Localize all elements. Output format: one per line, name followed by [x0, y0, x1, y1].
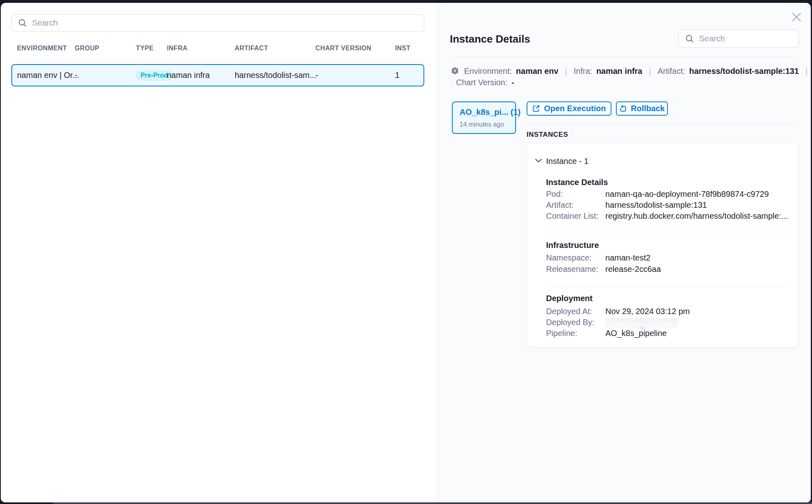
row-inst: 1 [395, 65, 400, 86]
deployed-by-label: Deployed By: [546, 318, 594, 327]
namespace-value: naman-test2 [605, 253, 650, 263]
chart-version-label: Chart Version: [456, 78, 508, 87]
search-input[interactable] [32, 18, 417, 28]
namespace-label: Namespace: [546, 253, 592, 263]
deployed-at-label: Deployed At: [546, 307, 592, 316]
instances-search[interactable] [678, 30, 799, 48]
col-header-environment: ENVIRONMENT [17, 45, 67, 52]
row-infra: naman infra [167, 65, 210, 86]
rollback-button[interactable]: Rollback [616, 101, 668, 116]
summary-line-1: Environment: naman env | Infra: naman in… [464, 66, 812, 76]
infra-value: naman infra [596, 67, 642, 76]
row-group: - [75, 65, 78, 86]
instances-heading: INSTANCES [527, 131, 568, 139]
col-header-inst: INST [395, 45, 410, 52]
deployed-at-value: Nov 29, 2024 03:12 pm [605, 307, 690, 316]
pipeline-card-time: 14 minutes ago [460, 121, 515, 128]
search-icon [685, 34, 694, 43]
environment-label: Environment: [464, 67, 512, 76]
col-header-chart-version: CHART VERSION [315, 45, 371, 52]
separator: | [806, 66, 808, 76]
infra-label: Infra: [574, 67, 592, 76]
separator: | [565, 66, 567, 76]
instance-details-heading: Instance Details [546, 178, 608, 187]
table-row[interactable]: naman env | Or... - Pre-Prod naman infra… [11, 64, 424, 86]
divider [546, 232, 790, 232]
rollback-label: Rollback [631, 104, 665, 113]
rollback-icon [619, 105, 627, 112]
releasename-value: release-2cc6aa [605, 265, 661, 274]
row-environment: naman env | Or... [17, 65, 79, 86]
open-execution-button[interactable]: Open Execution [527, 101, 611, 116]
infrastructure-heading: Infrastructure [546, 241, 599, 250]
pipeline-card-title: AO_k8s_pi... (1) [460, 108, 515, 117]
panel-header-divider [450, 56, 799, 57]
close-icon[interactable] [790, 11, 803, 24]
row-artifact: harness/todolist-sam... [235, 65, 316, 86]
releasename-label: Releasename: [546, 265, 598, 274]
col-header-type: TYPE [136, 45, 153, 52]
container-list-value: registry.hub.docker.com/harness/todolist… [605, 211, 788, 221]
external-link-icon [532, 105, 540, 112]
environment-value: naman env [516, 67, 558, 76]
chart-version-value: - [512, 78, 514, 87]
instances-section-divider [527, 125, 799, 125]
panel-title: Instance Details [450, 33, 530, 45]
artifact-label: Artifact: [546, 200, 574, 210]
artifact-value: harness/todolist-sample:131 [605, 200, 707, 210]
pipeline-label: Pipeline: [546, 329, 577, 338]
instance-card: Instance - 1 Instance Details Pod: naman… [527, 143, 799, 347]
open-execution-label: Open Execution [544, 104, 606, 113]
summary-line-2: Chart Version: - [456, 78, 514, 87]
artifact-label: Artifact: [658, 67, 685, 76]
pod-label: Pod: [546, 190, 563, 199]
environments-search[interactable] [11, 14, 424, 32]
search-icon [18, 19, 27, 27]
pod-value: naman-qa-ao-deployment-78f9b89874-c9729 [605, 190, 769, 199]
container-list-label: Container List: [546, 211, 598, 221]
col-header-group: GROUP [75, 45, 99, 52]
search-input[interactable] [699, 34, 807, 43]
divider [546, 286, 790, 286]
row-chart-version: - [315, 65, 318, 86]
separator: | [649, 66, 651, 76]
deployment-heading: Deployment [546, 294, 592, 303]
pipeline-execution-card[interactable]: AO_k8s_pi... (1) 14 minutes ago [452, 101, 516, 134]
environment-icon [451, 67, 458, 74]
pipeline-value: AO_k8s_pipeline [605, 329, 667, 338]
artifact-value: harness/todolist-sample:131 [689, 67, 799, 76]
chevron-down-icon[interactable] [535, 158, 542, 164]
instance-title[interactable]: Instance - 1 [546, 157, 589, 166]
col-header-artifact: ARTIFACT [235, 45, 268, 52]
col-header-infra: INFRA [167, 45, 188, 52]
deployed-by-redacted-value [605, 318, 678, 327]
table-header-divider [11, 61, 424, 61]
